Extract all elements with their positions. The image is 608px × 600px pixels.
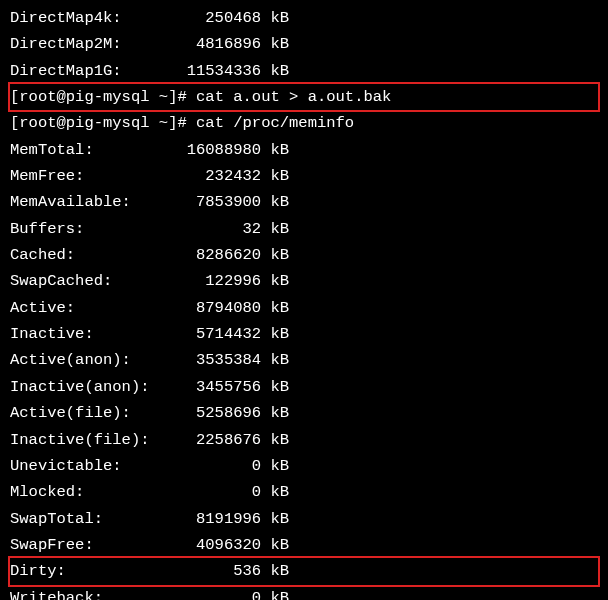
meminfo-row: DirectMap2M:4816896 kB — [10, 31, 598, 57]
meminfo-label: Active(anon): — [10, 347, 177, 373]
meminfo-unit: kB — [261, 137, 289, 163]
meminfo-unit: kB — [261, 58, 289, 84]
meminfo-row: Unevictable:0 kB — [10, 453, 598, 479]
meminfo-unit: kB — [261, 347, 289, 373]
meminfo-row: MemFree:232432 kB — [10, 163, 598, 189]
meminfo-label: Inactive(file): — [10, 427, 177, 453]
meminfo-row: Mlocked:0 kB — [10, 479, 598, 505]
meminfo-unit: kB — [261, 506, 289, 532]
meminfo-value: 16088980 — [177, 137, 261, 163]
meminfo-row: DirectMap4k:250468 kB — [10, 5, 598, 31]
meminfo-row: SwapTotal:8191996 kB — [10, 506, 598, 532]
meminfo-row: Cached:8286620 kB — [10, 242, 598, 268]
terminal-output: DirectMap4k:250468 kBDirectMap2M:4816896… — [10, 5, 598, 600]
meminfo-unit: kB — [261, 216, 289, 242]
meminfo-row: Active(file):5258696 kB — [10, 400, 598, 426]
meminfo-value: 250468 — [177, 5, 261, 31]
meminfo-row: Inactive(anon):3455756 kB — [10, 374, 598, 400]
meminfo-row: Inactive:5714432 kB — [10, 321, 598, 347]
meminfo-unit: kB — [261, 31, 289, 57]
meminfo-label: Buffers: — [10, 216, 177, 242]
meminfo-label: MemAvailable: — [10, 189, 177, 215]
command-line-highlighted: [root@pig-mysql ~]# cat a.out > a.out.ba… — [10, 84, 598, 110]
meminfo-value: 0 — [177, 453, 261, 479]
meminfo-value: 536 — [177, 558, 261, 584]
meminfo-value: 4096320 — [177, 532, 261, 558]
meminfo-unit: kB — [261, 427, 289, 453]
meminfo-value: 32 — [177, 216, 261, 242]
meminfo-label: Unevictable: — [10, 453, 177, 479]
meminfo-row-highlighted: Dirty:536 kB — [10, 558, 598, 584]
meminfo-value: 0 — [177, 479, 261, 505]
meminfo-value: 7853900 — [177, 189, 261, 215]
meminfo-row: Active:8794080 kB — [10, 295, 598, 321]
meminfo-label: Writeback: — [10, 585, 177, 600]
meminfo-value: 5714432 — [177, 321, 261, 347]
meminfo-label: DirectMap1G: — [10, 58, 177, 84]
meminfo-label: SwapFree: — [10, 532, 177, 558]
meminfo-unit: kB — [261, 585, 289, 600]
meminfo-row: MemAvailable:7853900 kB — [10, 189, 598, 215]
meminfo-value: 2258676 — [177, 427, 261, 453]
meminfo-value: 0 — [177, 585, 261, 600]
meminfo-label: Active: — [10, 295, 177, 321]
meminfo-unit: kB — [261, 295, 289, 321]
meminfo-value: 11534336 — [177, 58, 261, 84]
meminfo-unit: kB — [261, 453, 289, 479]
meminfo-label: Dirty: — [10, 558, 177, 584]
meminfo-unit: kB — [261, 242, 289, 268]
meminfo-value: 3535384 — [177, 347, 261, 373]
meminfo-label: Active(file): — [10, 400, 177, 426]
meminfo-row: SwapFree:4096320 kB — [10, 532, 598, 558]
meminfo-label: DirectMap2M: — [10, 31, 177, 57]
meminfo-unit: kB — [261, 189, 289, 215]
meminfo-unit: kB — [261, 479, 289, 505]
meminfo-label: Inactive: — [10, 321, 177, 347]
meminfo-unit: kB — [261, 400, 289, 426]
meminfo-unit: kB — [261, 5, 289, 31]
meminfo-unit: kB — [261, 558, 289, 584]
meminfo-unit: kB — [261, 321, 289, 347]
meminfo-label: Inactive(anon): — [10, 374, 177, 400]
meminfo-row: Buffers:32 kB — [10, 216, 598, 242]
command-line: [root@pig-mysql ~]# cat /proc/meminfo — [10, 110, 598, 136]
meminfo-unit: kB — [261, 163, 289, 189]
meminfo-label: Mlocked: — [10, 479, 177, 505]
meminfo-label: DirectMap4k: — [10, 5, 177, 31]
meminfo-value: 122996 — [177, 268, 261, 294]
meminfo-value: 8794080 — [177, 295, 261, 321]
meminfo-row: MemTotal:16088980 kB — [10, 137, 598, 163]
meminfo-label: Cached: — [10, 242, 177, 268]
meminfo-value: 3455756 — [177, 374, 261, 400]
meminfo-row: DirectMap1G:11534336 kB — [10, 58, 598, 84]
meminfo-label: SwapCached: — [10, 268, 177, 294]
meminfo-label: MemFree: — [10, 163, 177, 189]
meminfo-value: 8286620 — [177, 242, 261, 268]
meminfo-row: Active(anon):3535384 kB — [10, 347, 598, 373]
meminfo-label: MemTotal: — [10, 137, 177, 163]
meminfo-label: SwapTotal: — [10, 506, 177, 532]
meminfo-unit: kB — [261, 374, 289, 400]
meminfo-unit: kB — [261, 268, 289, 294]
meminfo-row: Inactive(file):2258676 kB — [10, 427, 598, 453]
meminfo-value: 232432 — [177, 163, 261, 189]
meminfo-value: 4816896 — [177, 31, 261, 57]
meminfo-row: Writeback:0 kB — [10, 585, 598, 600]
meminfo-value: 8191996 — [177, 506, 261, 532]
meminfo-value: 5258696 — [177, 400, 261, 426]
meminfo-row: SwapCached:122996 kB — [10, 268, 598, 294]
meminfo-unit: kB — [261, 532, 289, 558]
